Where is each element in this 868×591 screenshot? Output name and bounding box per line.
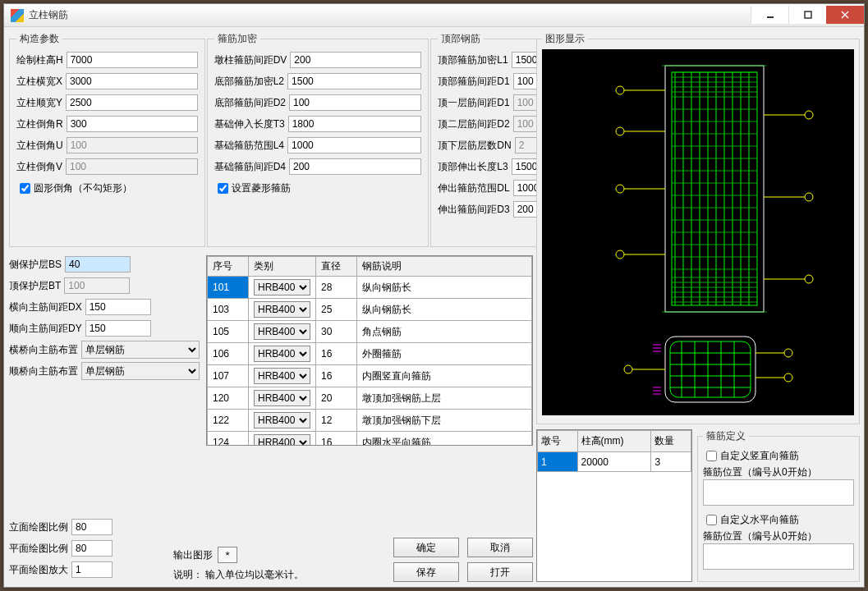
svg-point-44 [616,86,624,94]
chk-custom-v[interactable] [706,451,717,461]
svg-rect-5 [672,72,757,305]
close-button[interactable] [826,6,864,24]
g2-input-3[interactable] [288,116,422,132]
chk-diamond-stirrup[interactable] [218,183,228,194]
svg-point-48 [616,185,624,193]
window-title: 立柱钢筋 [29,8,751,22]
input-h-pos[interactable] [703,543,854,570]
svg-point-72 [784,349,792,357]
input-v-pos[interactable] [703,479,854,506]
g2-input-1[interactable] [287,73,421,89]
maximize-button[interactable] [788,6,826,24]
mid-input-2[interactable] [85,299,151,315]
g1-input-0[interactable] [67,52,198,68]
svg-point-46 [616,127,624,135]
table-row[interactable]: 122HRB40012墩顶加强钢筋下层 [208,410,532,432]
type-select[interactable]: HRB400 [254,279,310,296]
cancel-button[interactable]: 取消 [467,538,533,557]
g1-input-2[interactable] [66,94,198,111]
mid-select-0[interactable]: 单层钢筋 [81,341,200,359]
app-window: 立柱钢筋 构造参数 绘制柱高H立柱横宽X立柱顺宽Y立柱倒角R立柱倒角U立柱倒角V… [3,3,865,588]
svg-point-56 [805,275,813,283]
svg-rect-59 [670,341,751,397]
bottom-input-0[interactable] [71,519,113,535]
table-row[interactable]: 105HRB40030角点钢筋 [208,321,532,343]
table-row[interactable]: 103HRB40025纵向钢筋长 [208,299,532,321]
rebar-table[interactable]: 序号 类别 直径 钢筋说明 101HRB40028纵向钢筋长103HRB4002… [206,255,533,446]
svg-point-74 [784,373,792,382]
g1-input-4[interactable] [67,137,198,153]
type-select[interactable]: HRB400 [254,434,310,446]
svg-rect-58 [665,337,755,402]
type-select[interactable]: HRB400 [254,346,310,362]
svg-rect-1 [805,11,811,18]
type-select[interactable]: HRB400 [254,301,310,318]
g2-input-2[interactable] [289,94,421,111]
minimize-button[interactable] [751,6,788,24]
open-button[interactable]: 打开 [467,562,533,582]
table-row[interactable]: 120HRB40020墩顶加强钢筋上层 [208,387,532,410]
app-icon [11,9,24,22]
svg-point-52 [805,111,813,119]
mid-input-3[interactable] [85,320,151,337]
type-select[interactable]: HRB400 [254,323,310,340]
table-row[interactable]: 106HRB40016外圈箍筋 [208,343,532,365]
type-select[interactable]: HRB400 [254,368,310,384]
mid-input-0[interactable] [65,256,131,273]
bottom-input-1[interactable] [71,540,113,557]
pier-table[interactable]: 墩号 柱高(mm) 数量 1 20000 3 [536,429,692,582]
save-button[interactable]: 保存 [393,562,459,582]
g1-input-3[interactable] [67,116,198,132]
table-row[interactable]: 124HRB40016内圈水平向箍筋 [208,432,532,447]
g1-input-1[interactable] [66,73,198,89]
group-stirrup-dense: 箍筋加密 墩柱箍筋间距DV底部箍筋加密L2底部箍筋间距D2基础伸入长度T3基础箍… [207,32,429,247]
table-row[interactable]: 107HRB40016内圈竖直向箍筋 [208,365,532,387]
chk-round-corner[interactable] [20,183,30,194]
svg-point-54 [805,193,813,201]
g2-input-5[interactable] [289,158,421,175]
chk-custom-h[interactable] [706,515,717,525]
mid-select-1[interactable]: 单层钢筋 [81,362,200,380]
group-stirrup-def: 箍筋定义 自定义竖直向箍筋 箍筋位置（编号从0开始） 自定义水平向箍筋 箍筋位置… [697,429,860,582]
mid-input-1[interactable] [64,277,130,294]
type-select[interactable]: HRB400 [254,412,310,428]
titlebar: 立柱钢筋 [4,4,864,27]
g1-input-5[interactable] [66,158,198,175]
ok-button[interactable]: 确定 [393,538,459,557]
svg-point-70 [624,365,632,373]
output-shape-button[interactable]: * [218,547,237,563]
svg-point-50 [616,250,624,259]
g2-input-4[interactable] [287,137,421,153]
table-row[interactable]: 101HRB40028纵向钢筋长 [208,277,532,299]
drawing-canvas[interactable] [542,49,854,415]
group-graphic: 图形显示 [536,32,860,424]
pier-row[interactable]: 1 20000 3 [538,452,691,472]
group-construction: 构造参数 绘制柱高H立柱横宽X立柱顺宽Y立柱倒角R立柱倒角U立柱倒角V 圆形倒角… [9,32,205,247]
g2-input-0[interactable] [290,52,421,68]
type-select[interactable]: HRB400 [254,390,310,406]
bottom-input-2[interactable] [71,561,113,578]
